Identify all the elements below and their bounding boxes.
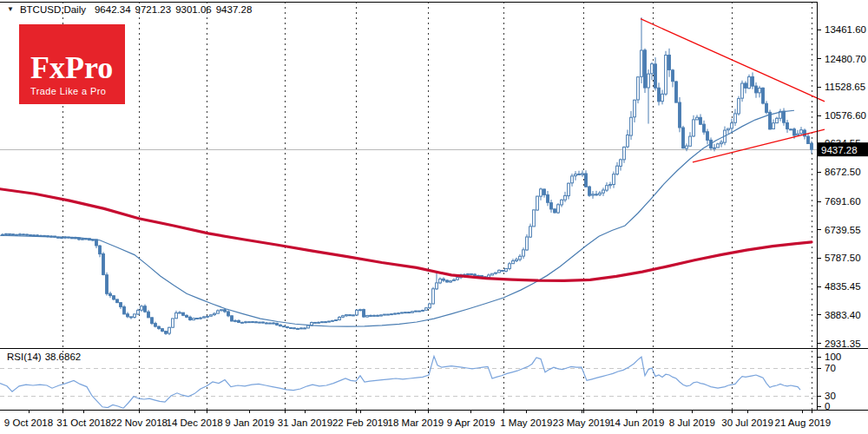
close-value: 9437.28 [216, 4, 253, 15]
svg-text:30 Jul 2019: 30 Jul 2019 [721, 418, 773, 428]
svg-text:22 Feb 2019: 22 Feb 2019 [332, 418, 389, 428]
logo-tagline: Trade Like a Pro [30, 86, 125, 96]
svg-text:9 Jan 2019: 9 Jan 2019 [225, 418, 274, 428]
rsi-line [0, 356, 800, 408]
open-value: 9642.34 [95, 4, 131, 15]
svg-text:21 Aug 2019: 21 Aug 2019 [775, 418, 832, 428]
svg-text:31 Jan 2019: 31 Jan 2019 [278, 418, 332, 428]
svg-text:13461.60: 13461.60 [825, 24, 866, 35]
rsi-label: RSI(14)38.6862 [7, 352, 84, 362]
svg-text:100: 100 [825, 352, 841, 362]
svg-text:10576.60: 10576.60 [825, 110, 866, 121]
svg-text:18 Mar 2019: 18 Mar 2019 [388, 418, 444, 428]
trendlines-layer [641, 19, 825, 162]
rsi-indicator-value: 38.6862 [45, 352, 82, 362]
logo-brand: FxPro [30, 53, 125, 82]
svg-text:0: 0 [825, 401, 830, 411]
svg-text:14 Jun 2019: 14 Jun 2019 [609, 418, 664, 428]
svg-text:70: 70 [825, 363, 836, 373]
svg-text:14 Dec 2018: 14 Dec 2018 [166, 418, 222, 428]
chart-window: 13461.6012480.7011528.6510576.609634.558… [0, 0, 868, 434]
svg-text:3883.40: 3883.40 [825, 310, 861, 320]
rsi-indicator-name: RSI(14) [7, 352, 42, 362]
svg-text:7691.60: 7691.60 [825, 196, 861, 207]
ma-slow-line [0, 189, 812, 281]
symbol-label: BTCUSD,Daily [20, 4, 86, 15]
fxpro-logo: FxPro Trade Like a Pro [19, 24, 125, 104]
svg-text:9 Oct 2018: 9 Oct 2018 [4, 418, 53, 428]
symbol-dropdown-icon[interactable]: ▼ [7, 6, 14, 13]
svg-text:22 Nov 2018: 22 Nov 2018 [111, 418, 168, 428]
high-value: 9721.23 [135, 4, 172, 15]
ma-fast-line [0, 110, 794, 326]
chart-surface[interactable]: 13461.6012480.7011528.6510576.609634.558… [0, 0, 868, 434]
svg-text:5787.50: 5787.50 [825, 253, 861, 263]
svg-text:11528.65: 11528.65 [825, 82, 865, 92]
svg-text:30: 30 [825, 391, 836, 401]
svg-text:1 May 2019: 1 May 2019 [500, 418, 552, 428]
date-axis[interactable]: 9 Oct 201831 Oct 201822 Nov 201814 Dec 2… [4, 410, 831, 428]
svg-text:8672.50: 8672.50 [825, 167, 861, 177]
svg-text:31 Oct 2018: 31 Oct 2018 [56, 418, 111, 428]
svg-text:6739.55: 6739.55 [825, 225, 861, 235]
svg-text:12480.70: 12480.70 [825, 54, 866, 64]
svg-text:4835.45: 4835.45 [825, 281, 861, 292]
svg-text:9 Apr 2019: 9 Apr 2019 [447, 418, 496, 428]
price-axis[interactable]: 13461.6012480.7011528.6510576.609634.558… [817, 24, 868, 349]
svg-text:2931.35: 2931.35 [825, 339, 861, 349]
rsi-panel[interactable]: 10070300 [0, 352, 841, 411]
price-badge-value: 9437.28 [821, 145, 858, 155]
svg-text:8 Jul 2019: 8 Jul 2019 [669, 418, 715, 428]
svg-text:23 May 2019: 23 May 2019 [553, 418, 611, 428]
ohlc-header: ▼ BTCUSD,Daily 9642.34 9721.23 9301.06 9… [7, 4, 256, 15]
low-value: 9301.06 [175, 4, 212, 15]
